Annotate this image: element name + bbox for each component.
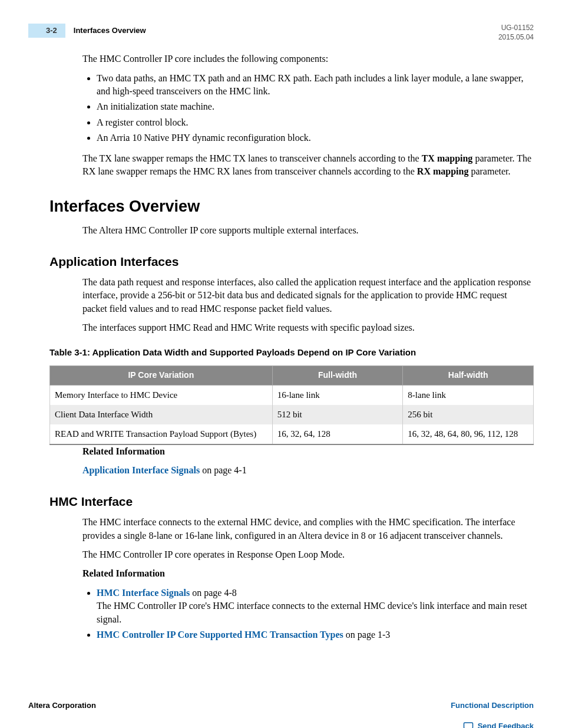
table-header: Full-width (272, 366, 403, 386)
table-header: IP Core Variation (50, 366, 273, 386)
list-item: Two data paths, an HMC TX path and an HM… (97, 72, 534, 98)
link-hmc-transaction-types[interactable]: HMC Controller IP Core Supported HMC Tra… (97, 630, 343, 640)
mapping-paragraph: The TX lane swapper remaps the HMC TX la… (82, 152, 534, 179)
footer-right: Functional Description Send Feedback (451, 700, 534, 728)
table-cell: 16-lane link (272, 386, 403, 406)
text-run: parameter. (468, 166, 510, 176)
table-row: READ and WRITE Transaction Payload Suppo… (50, 424, 534, 444)
heading-interfaces-overview: Interfaces Overview (49, 196, 534, 218)
link-application-interface-signals[interactable]: Application Interface Signals (82, 465, 200, 475)
table-cell: 16, 32, 48, 64, 80, 96, 112, 128 (403, 424, 534, 444)
text-run: on page 1-3 (343, 630, 391, 640)
link-functional-description[interactable]: Functional Description (451, 700, 534, 711)
table-cell: 16, 32, 64, 128 (272, 424, 403, 444)
body-text: The interfaces support HMC Read and HMC … (82, 321, 534, 334)
list-item: An initialization state machine. (97, 100, 534, 113)
text-run: on page 4-1 (200, 465, 247, 475)
table-header: Half-width (403, 366, 534, 386)
table-cell: Client Data Interface Width (50, 405, 273, 424)
table-header-row: IP Core Variation Full-width Half-width (50, 366, 534, 386)
table-row: Client Data Interface Width 512 bit 256 … (50, 405, 534, 424)
table-cell: READ and WRITE Transaction Payload Suppo… (50, 424, 273, 444)
doc-id: UG-01152 (498, 24, 534, 33)
table-cell: 256 bit (403, 405, 534, 424)
heading-application-interfaces: Application Interfaces (49, 253, 534, 270)
page-number: 3-2 (28, 24, 65, 38)
feedback-icon (462, 721, 474, 728)
header-right: UG-01152 2015.05.04 (498, 24, 534, 42)
list-item: An Arria 10 Native PHY dynamic reconfigu… (97, 131, 534, 144)
list-item: HMC Interface Signals on page 4-8 The HM… (97, 587, 534, 626)
table-caption: Table 3-1: Application Data Width and Su… (49, 346, 534, 358)
footer-company: Altera Corporation (28, 700, 96, 711)
body-text: The HMC interface connects to the extern… (82, 516, 534, 542)
list-item: A register control block. (97, 116, 534, 129)
table-cell: 8-lane link (403, 386, 534, 406)
table-cell: 512 bit (272, 405, 403, 424)
intro-lead: The HMC Controller IP core includes the … (82, 52, 534, 65)
body-text: The Altera HMC Controller IP core suppor… (82, 224, 534, 237)
doc-date: 2015.05.04 (498, 33, 534, 42)
bold-term: RX mapping (417, 166, 469, 176)
table-cell: Memory Interface to HMC Device (50, 386, 273, 406)
body-text: The data path request and response inter… (82, 276, 534, 315)
table-row: Memory Interface to HMC Device 16-lane l… (50, 386, 534, 406)
text-run: on page 4-8 (190, 588, 237, 598)
components-list: Two data paths, an HMC TX path and an HM… (82, 72, 534, 145)
text-run: The TX lane swapper remaps the HMC TX la… (82, 153, 422, 163)
related-list: HMC Interface Signals on page 4-8 The HM… (82, 587, 534, 642)
header-left: 3-2 Interfaces Overview (28, 24, 146, 38)
related-info-label: Related Information (82, 567, 534, 580)
page-header: 3-2 Interfaces Overview UG-01152 2015.05… (28, 24, 534, 42)
header-section-title: Interfaces Overview (74, 25, 146, 36)
page-footer: Altera Corporation Functional Descriptio… (28, 700, 534, 728)
bold-term: TX mapping (422, 153, 473, 163)
application-table: IP Core Variation Full-width Half-width … (49, 365, 534, 445)
related-info-label: Related Information (82, 445, 534, 458)
related-desc: The HMC Controller IP core's HMC interfa… (97, 599, 534, 626)
list-item: HMC Controller IP Core Supported HMC Tra… (97, 628, 534, 641)
link-hmc-interface-signals[interactable]: HMC Interface Signals (97, 588, 190, 598)
heading-hmc-interface: HMC Interface (49, 493, 534, 510)
related-link-line: Application Interface Signals on page 4-… (82, 464, 534, 477)
body-text: The HMC Controller IP core operates in R… (82, 548, 534, 561)
page-body: The HMC Controller IP core includes the … (82, 52, 534, 641)
feedback-label: Send Feedback (478, 721, 534, 728)
link-send-feedback[interactable]: Send Feedback (462, 721, 534, 728)
